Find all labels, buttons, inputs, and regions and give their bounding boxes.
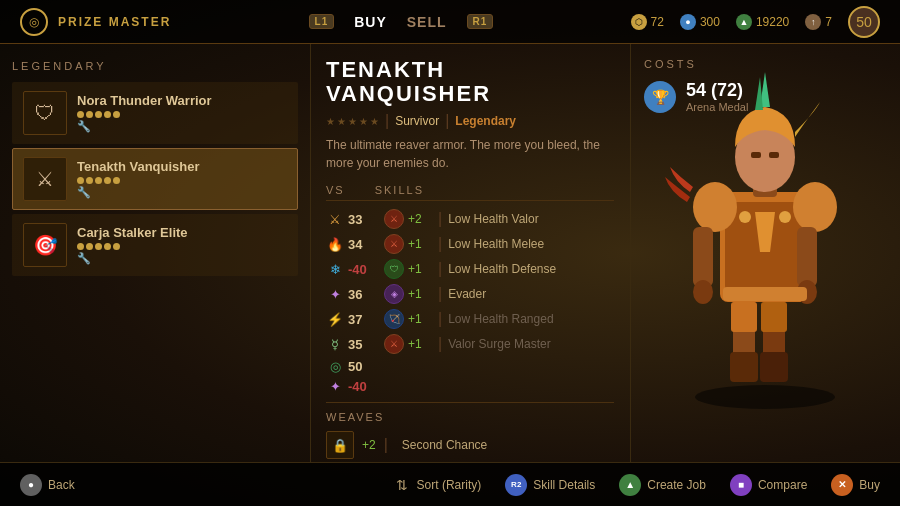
carja-sub: 🔧 xyxy=(77,252,287,265)
buy-bottom-label: Buy xyxy=(859,478,880,492)
armor-name-nora: Nora Thunder Warrior xyxy=(77,93,287,108)
stat-val-1: 34 xyxy=(348,237,384,252)
player-avatar: 50 xyxy=(848,6,880,38)
sell-tab[interactable]: SELL xyxy=(407,14,447,30)
resource-green: ▲ 19220 xyxy=(736,14,789,30)
stat-row-0: ⚔ 33 ⚔ +2 | Low Health Valor xyxy=(326,209,614,229)
skill-pipe-0: | xyxy=(438,210,442,228)
weave-row-0: 🔒 +2 | Second Chance xyxy=(326,431,614,459)
dot xyxy=(95,111,102,118)
arrow-value: 7 xyxy=(825,15,832,29)
skill-pipe-2: | xyxy=(438,260,442,278)
skill-icon-2: 🛡 xyxy=(384,259,404,279)
weave-bonus-0: +2 xyxy=(362,438,376,452)
stat-row-3: ✦ 36 ◈ +1 | Evader xyxy=(326,284,614,304)
skill-pipe-3: | xyxy=(438,285,442,303)
blue-icon: ● xyxy=(680,14,696,30)
stat-icon-4: ⚡ xyxy=(326,312,344,327)
compare-action[interactable]: ■ Compare xyxy=(730,474,807,496)
skill-name-3: Evader xyxy=(448,287,486,301)
weave-name-0: Second Chance xyxy=(402,438,487,452)
l1-label: L1 xyxy=(309,14,335,29)
star-1: ★ xyxy=(326,116,335,127)
create-job-label: Create Job xyxy=(647,478,706,492)
back-label: Back xyxy=(48,478,75,492)
carja-stars xyxy=(77,243,287,250)
triangle-button[interactable]: ▲ xyxy=(619,474,641,496)
tenakth-sub: 🔧 xyxy=(77,186,287,199)
skill-bonus-4: +1 xyxy=(408,312,432,326)
skill-pipe-5: | xyxy=(438,335,442,353)
divider-right xyxy=(630,44,631,462)
resource-gold: ⬡ 72 xyxy=(631,14,664,30)
dot xyxy=(86,177,93,184)
dot xyxy=(77,111,84,118)
tenakth-stars xyxy=(77,177,287,184)
svg-point-24 xyxy=(779,211,791,223)
skill-icon-1: ⚔ xyxy=(384,234,404,254)
resource-arrow: ↑ 7 xyxy=(805,14,832,30)
skill-name-5: Valor Surge Master xyxy=(448,337,551,351)
green-value: 19220 xyxy=(756,15,789,29)
tag-survivor: Survivor xyxy=(395,114,439,128)
buy-tab[interactable]: BUY xyxy=(354,14,387,30)
gold-value: 72 xyxy=(651,15,664,29)
resource-blue: ● 300 xyxy=(680,14,720,30)
store-icon: ◎ xyxy=(20,8,48,36)
dot xyxy=(77,177,84,184)
svg-rect-21 xyxy=(769,152,779,158)
armor-thumb-carja: 🎯 xyxy=(23,223,67,267)
weave-icon-0: 🔒 xyxy=(326,431,354,459)
armor-item-nora[interactable]: 🛡 Nora Thunder Warrior 🔧 xyxy=(12,82,298,144)
stat-icon-0: ⚔ xyxy=(326,212,344,227)
stat-row-1: 🔥 34 ⚔ +1 | Low Health Melee xyxy=(326,234,614,254)
r2-badge: R2 xyxy=(505,474,527,496)
armor-thumb-nora: 🛡 xyxy=(23,91,67,135)
skill-details-action[interactable]: R2 Skill Details xyxy=(505,474,595,496)
dot xyxy=(86,243,93,250)
svg-rect-13 xyxy=(797,227,817,287)
stat-val-5: 35 xyxy=(348,337,384,352)
buy-label: BUY xyxy=(354,14,387,30)
r1-badge: R1 xyxy=(467,14,494,29)
stat-row-2: ❄ -40 🛡 +1 | Low Health Defense xyxy=(326,259,614,279)
stat-icon-1: 🔥 xyxy=(326,237,344,252)
skill-bonus-3: +1 xyxy=(408,287,432,301)
stat-row-6: ◎ 50 xyxy=(326,359,614,374)
armor-info-carja: Carja Stalker Elite 🔧 xyxy=(77,225,287,265)
armor-item-carja[interactable]: 🎯 Carja Stalker Elite 🔧 xyxy=(12,214,298,276)
armor-item-tenakth[interactable]: ⚔ Tenakth Vanquisher 🔧 xyxy=(12,148,298,210)
skill-bonus-0: +2 xyxy=(408,212,432,226)
sort-action[interactable]: ⇅ Sort (Rarity) xyxy=(393,476,482,494)
cross-button[interactable]: ✕ xyxy=(831,474,853,496)
svg-rect-12 xyxy=(693,227,713,287)
create-job-action[interactable]: ▲ Create Job xyxy=(619,474,706,496)
svg-point-0 xyxy=(695,385,835,409)
star-4: ★ xyxy=(359,116,368,127)
mid-divider xyxy=(326,402,614,403)
buy-action[interactable]: ✕ Buy xyxy=(831,474,880,496)
mid-panel: TENAKTH VANQUISHER ★ ★ ★ ★ ★ | Survivor … xyxy=(310,44,630,462)
compare-label: Compare xyxy=(758,478,807,492)
back-button-icon[interactable]: ● xyxy=(20,474,42,496)
weaves-label: WEAVES xyxy=(326,411,614,423)
dot xyxy=(104,177,111,184)
dot xyxy=(95,177,102,184)
stat-icon-7: ✦ xyxy=(326,379,344,394)
star-2: ★ xyxy=(337,116,346,127)
bottom-bar: ● Back ⇅ Sort (Rarity) R2 Skill Details … xyxy=(0,462,900,506)
stat-row-5: ☿ 35 ⚔ +1 | Valor Surge Master xyxy=(326,334,614,354)
weave-pipe-0: | xyxy=(384,436,388,454)
level-badge: 50 xyxy=(856,14,872,30)
dot xyxy=(95,243,102,250)
svg-marker-19 xyxy=(755,77,763,110)
skill-name-0: Low Health Valor xyxy=(448,212,539,226)
square-button[interactable]: ■ xyxy=(730,474,752,496)
stats-skills-header: VS SKILLS xyxy=(326,184,614,201)
back-action[interactable]: ● Back xyxy=(20,474,75,496)
stat-icon-5: ☿ xyxy=(326,337,344,352)
pipe-1: | xyxy=(385,112,389,130)
legendary-label: LEGENDARY xyxy=(12,60,298,72)
svg-rect-3 xyxy=(731,302,757,332)
tab-area: L1 BUY SELL R1 xyxy=(309,14,494,30)
